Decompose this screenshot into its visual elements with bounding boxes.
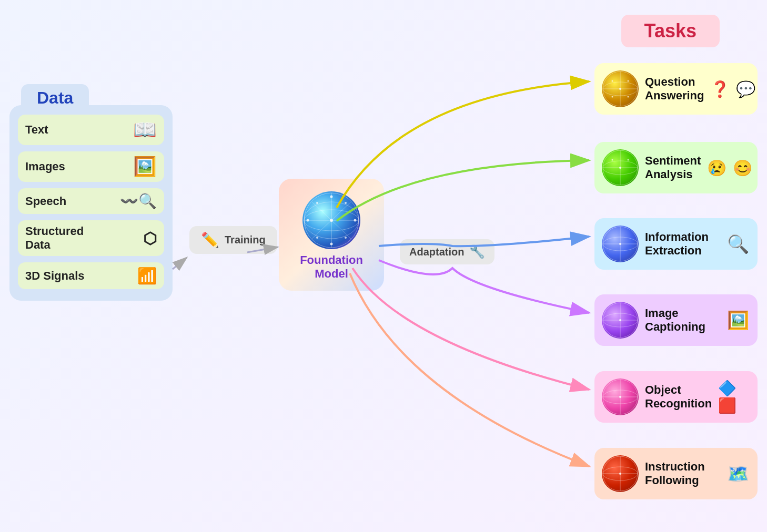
svg-point-30	[612, 159, 613, 161]
svg-point-8	[330, 196, 333, 198]
svg-point-11	[354, 219, 357, 222]
foundation-model-box: FoundationModel	[279, 179, 384, 291]
task-card-sa: SentimentAnalysis 😢 😊	[594, 142, 758, 193]
if-icon: 🗺️	[727, 463, 749, 484]
svg-point-22	[628, 80, 629, 82]
data-item-text: Text 📖	[18, 115, 164, 145]
signals-icon: 📶	[137, 267, 157, 285]
if-label: InstructionFollowing	[645, 460, 705, 488]
task-card-if: InstructionFollowing 🗺️	[594, 448, 758, 499]
training-icon: ✏️	[201, 231, 219, 249]
sphere-or	[602, 378, 639, 415]
ic-label: ImageCaptioning	[645, 306, 705, 334]
sphere-qa	[602, 70, 639, 107]
data-item-structured: StructuredData ⬡	[18, 220, 164, 256]
sphere-ie	[602, 226, 639, 262]
qa-label: QuestionAnswering	[645, 75, 704, 103]
task-card-qa: QuestionAnswering ❓ 💬	[594, 63, 758, 115]
sphere-ic	[602, 302, 639, 339]
adaptation-icon: 🔧	[469, 244, 485, 259]
speech-icon: 〰️🔍	[120, 192, 157, 210]
svg-point-31	[628, 159, 629, 161]
svg-point-10	[307, 219, 309, 222]
structured-label: StructuredData	[25, 224, 84, 252]
foundation-model-sphere	[302, 191, 360, 249]
text-label: Text	[25, 123, 48, 137]
svg-point-21	[612, 80, 613, 82]
ic-icon: 🖼️	[727, 310, 749, 331]
foundation-model-label: FoundationModel	[300, 253, 363, 281]
qa-icon2: 💬	[736, 80, 755, 98]
adaptation-label: Adaptation	[409, 246, 464, 258]
svg-point-41	[619, 319, 621, 321]
svg-point-51	[619, 473, 621, 475]
data-item-3dsignals: 3D Signals 📶	[18, 262, 164, 289]
data-panel: Text 📖 Images 🖼️ Speech 〰️🔍 StructuredDa…	[9, 105, 173, 301]
ie-icon: 🔍	[727, 233, 749, 254]
svg-point-24	[628, 96, 629, 98]
data-item-images: Images 🖼️	[18, 151, 164, 182]
svg-point-14	[316, 237, 318, 239]
svg-point-13	[345, 202, 347, 204]
svg-point-12	[316, 202, 318, 204]
task-card-or: ObjectRecognition 🔷🟥	[594, 371, 758, 423]
ie-label: InformationExtraction	[645, 230, 709, 258]
svg-point-23	[612, 96, 613, 98]
task-card-ie: InformationExtraction 🔍	[594, 218, 758, 270]
sa-icon: 😢	[707, 159, 726, 177]
training-label: Training	[225, 234, 266, 246]
task-card-ic: ImageCaptioning 🖼️	[594, 294, 758, 346]
svg-point-36	[619, 243, 621, 245]
svg-point-15	[345, 237, 347, 239]
svg-point-20	[619, 88, 621, 90]
images-label: Images	[25, 160, 65, 173]
signals-label: 3D Signals	[25, 269, 84, 283]
images-icon: 🖼️	[133, 156, 157, 178]
sphere-if	[602, 455, 639, 492]
or-icon: 🔷🟥	[718, 380, 749, 414]
speech-label: Speech	[25, 195, 66, 208]
or-label: ObjectRecognition	[645, 383, 712, 411]
svg-point-29	[619, 167, 621, 169]
svg-point-7	[330, 219, 333, 222]
text-icon: 📖	[133, 119, 157, 141]
adaptation-box: Adaptation 🔧	[400, 239, 494, 264]
structured-icon: ⬡	[143, 229, 157, 248]
tasks-title: Tasks	[621, 15, 720, 47]
sa-icon2: 😊	[733, 159, 752, 177]
qa-icon: ❓	[710, 80, 730, 98]
data-item-speech: Speech 〰️🔍	[18, 188, 164, 214]
svg-point-46	[619, 396, 621, 398]
training-box: ✏️ Training	[189, 226, 277, 254]
sa-label: SentimentAnalysis	[645, 154, 701, 182]
sphere-sa	[602, 149, 639, 186]
svg-point-9	[330, 243, 333, 245]
